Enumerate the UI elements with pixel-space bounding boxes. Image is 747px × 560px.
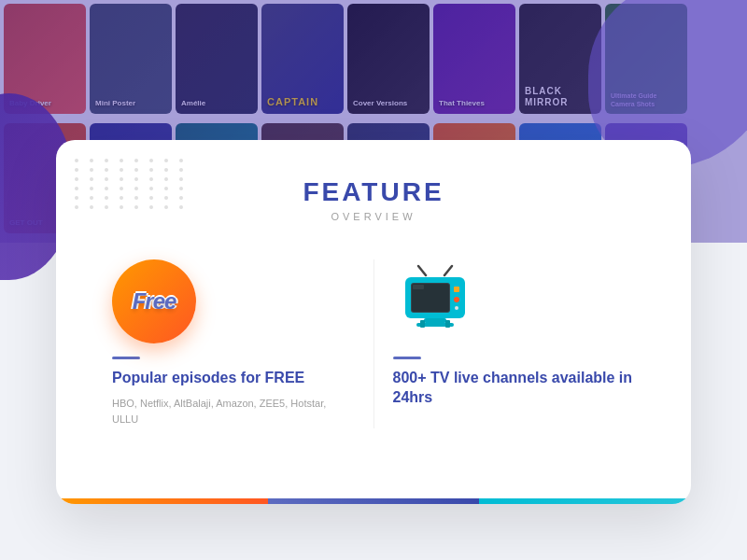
free-episodes-description: HBO, Netflix, AltBalaji, Amazon, ZEE5, H… xyxy=(112,396,355,428)
feature-title: FEATURE xyxy=(75,177,672,207)
movie-card: Mini Poster xyxy=(90,4,172,114)
bar-segment-orange xyxy=(56,498,268,504)
features-row: Free Popular episodes for FREE HBO, Netf… xyxy=(56,241,691,428)
free-episodes-heading: Popular episodes for FREE xyxy=(112,369,355,388)
bottom-bar xyxy=(56,498,691,504)
movie-card: That Thieves xyxy=(433,4,515,114)
free-icon-text: Free xyxy=(133,288,176,315)
feature-tv-channels: 800+ TV live channels available in 24hrs xyxy=(374,259,655,428)
bar-segment-cyan xyxy=(479,498,691,504)
bar-segment-blue xyxy=(268,498,480,504)
free-icon: Free xyxy=(112,259,196,343)
svg-point-7 xyxy=(454,297,459,302)
movie-card: Cover Versions xyxy=(347,4,430,114)
separator-line-2 xyxy=(393,357,421,359)
movie-card: Amélie xyxy=(176,4,258,114)
separator-line-1 xyxy=(112,357,140,359)
feature-subtitle: OVERVIEW xyxy=(75,211,672,222)
feature-card: FEATURE OVERVIEW Free Popular episodes f… xyxy=(56,140,691,504)
tv-icon-wrap xyxy=(393,259,477,343)
svg-rect-11 xyxy=(420,320,425,328)
svg-rect-5 xyxy=(413,285,424,289)
feature-free-episodes: Free Popular episodes for FREE HBO, Netf… xyxy=(93,259,374,428)
tv-channels-heading: 800+ TV live channels available in 24hrs xyxy=(393,369,636,408)
movie-card-captain: CAPTAIN xyxy=(261,4,344,114)
svg-rect-6 xyxy=(454,287,459,292)
svg-point-8 xyxy=(455,306,458,310)
svg-rect-12 xyxy=(445,320,450,328)
svg-line-1 xyxy=(444,266,452,275)
tv-icon xyxy=(398,264,472,339)
card-header: FEATURE OVERVIEW xyxy=(56,140,691,241)
svg-line-0 xyxy=(418,266,426,275)
svg-rect-9 xyxy=(424,318,446,323)
